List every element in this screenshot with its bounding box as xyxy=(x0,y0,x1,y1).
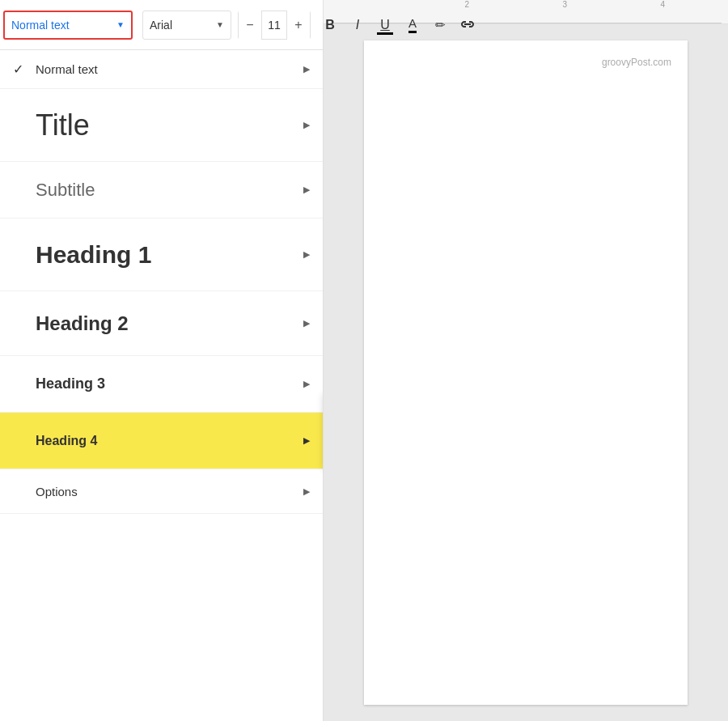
style-selector[interactable]: Normal text ▼ xyxy=(3,11,133,40)
dropdown-item-heading4[interactable]: Heading 4 ▶ Apply 'Heading 4' ⌘+Option+4… xyxy=(0,413,323,469)
underline-bar xyxy=(377,32,393,35)
link-icon xyxy=(460,19,475,31)
link-button[interactable] xyxy=(455,12,480,38)
style-selector-arrow: ▼ xyxy=(116,20,125,29)
normal-text-arrow: ▶ xyxy=(303,64,310,74)
heading1-label: Heading 1 xyxy=(36,241,303,269)
title-arrow: ▶ xyxy=(303,120,310,130)
ruler-num-3: 3 xyxy=(563,0,568,9)
heading3-label: Heading 3 xyxy=(36,375,303,392)
font-size-increase-button[interactable]: + xyxy=(287,11,310,40)
font-size-control: − 11 + xyxy=(238,11,311,40)
heading2-label: Heading 2 xyxy=(36,312,303,335)
font-selector[interactable]: Arial ▼ xyxy=(142,11,231,40)
check-mark: ✓ xyxy=(13,61,32,77)
underline-button[interactable]: U xyxy=(372,12,398,38)
subtitle-label: Subtitle xyxy=(36,180,303,201)
heading4-arrow: ▶ xyxy=(303,435,310,446)
watermark: groovyPost.com xyxy=(602,57,671,68)
dropdown-item-subtitle[interactable]: Subtitle ▶ xyxy=(0,162,323,218)
heading1-arrow: ▶ xyxy=(303,249,310,260)
options-arrow: ▶ xyxy=(303,486,310,497)
toolbar: Normal text ▼ Arial ▼ − 11 + B I U xyxy=(0,0,323,50)
formatting-buttons: B I U A ✏ xyxy=(317,12,480,38)
dropdown-item-heading3[interactable]: Heading 3 ▶ xyxy=(0,356,323,413)
document-area: groovyPost.com xyxy=(324,24,728,721)
heading2-arrow: ▶ xyxy=(303,318,310,329)
dropdown-panel: Normal text ▼ Arial ▼ − 11 + B I U xyxy=(0,0,324,721)
font-selector-text: Arial xyxy=(150,19,213,32)
dropdown-item-normal-text[interactable]: ✓ Normal text ▶ xyxy=(0,50,323,89)
ruler-num-4: 4 xyxy=(661,0,666,9)
normal-text-label: Normal text xyxy=(36,62,303,76)
options-label: Options xyxy=(36,485,303,498)
heading3-arrow: ▶ xyxy=(303,379,310,389)
title-label: Title xyxy=(36,108,303,142)
font-color-label: A xyxy=(408,16,417,33)
bold-button[interactable]: B xyxy=(317,12,343,38)
dropdown-item-options[interactable]: Options ▶ xyxy=(0,469,323,514)
ruler-num-2: 2 xyxy=(465,0,470,9)
app-container: Normal text ▼ Arial ▼ − 11 + B I U xyxy=(0,0,728,721)
dropdown-item-heading2[interactable]: Heading 2 ▶ xyxy=(0,291,323,356)
style-selector-text: Normal text xyxy=(11,19,113,32)
italic-button[interactable]: I xyxy=(345,12,370,38)
document-panel: 2 3 4 groovyPost.com xyxy=(324,0,728,721)
dropdown-items: ✓ Normal text ▶ Title ▶ Subtitle ▶ Headi… xyxy=(0,50,323,721)
document-page: groovyPost.com xyxy=(364,40,688,705)
highlight-button[interactable]: ✏ xyxy=(427,12,453,38)
font-size-value: 11 xyxy=(261,11,287,39)
font-size-decrease-button[interactable]: − xyxy=(239,11,261,40)
heading4-label: Heading 4 xyxy=(36,434,303,448)
font-color-button[interactable]: A xyxy=(400,12,425,38)
dropdown-item-heading1[interactable]: Heading 1 ▶ xyxy=(0,218,323,291)
dropdown-item-title[interactable]: Title ▶ xyxy=(0,89,323,162)
font-selector-arrow: ▼ xyxy=(216,20,224,29)
subtitle-arrow: ▶ xyxy=(303,184,310,195)
